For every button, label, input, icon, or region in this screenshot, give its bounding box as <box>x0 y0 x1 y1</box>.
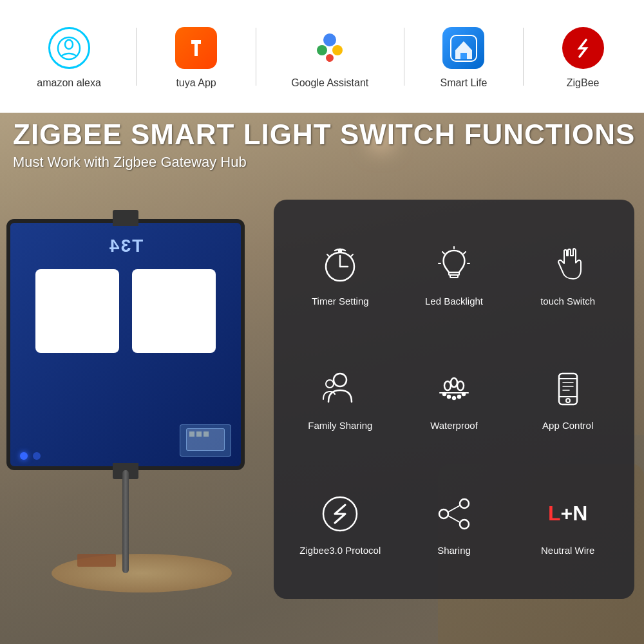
svg-point-39 <box>439 509 448 518</box>
plus-sign: + <box>561 502 573 525</box>
led-dot-1 <box>20 452 28 460</box>
zigbee3-icon <box>317 491 363 536</box>
board-buttons <box>35 269 216 353</box>
svg-point-31 <box>566 399 570 402</box>
alexa-label: amazon alexa <box>37 77 101 89</box>
waterproof-label: Waterproof <box>430 419 478 432</box>
divider-3 <box>404 28 404 86</box>
svg-point-27 <box>458 395 460 398</box>
svg-point-25 <box>448 395 450 398</box>
chip-comp-2 <box>196 431 202 437</box>
feature-zigbee3: Zigbee3.0 Protocol <box>287 465 394 583</box>
svg-point-21 <box>444 381 451 390</box>
svg-point-22 <box>451 378 457 387</box>
svg-line-15 <box>464 252 466 254</box>
led-dot-2 <box>33 452 41 460</box>
brands-bar: amazon alexa tuya App <box>0 0 644 113</box>
divider-1 <box>136 28 137 86</box>
zigbee3-label: Zigbee3.0 Protocol <box>299 544 381 557</box>
svg-point-4 <box>332 45 343 55</box>
sharing-icon <box>431 491 477 536</box>
svg-point-2 <box>323 33 336 46</box>
smartlife-icon <box>442 27 484 69</box>
neutral-label: Neutral Wire <box>541 544 594 557</box>
chip <box>186 428 225 451</box>
family-label: Family Sharing <box>308 419 372 432</box>
letter-N: N <box>573 502 587 525</box>
svg-point-3 <box>317 45 327 55</box>
zigbee-label: ZigBee <box>567 77 600 89</box>
feature-family: Family Sharing <box>287 340 394 458</box>
svg-point-38 <box>460 499 469 508</box>
family-icon <box>317 366 363 412</box>
svg-point-20 <box>326 380 334 388</box>
features-panel: Timer Setting Led Backlight <box>274 200 634 599</box>
svg-point-23 <box>457 381 464 390</box>
feature-waterproof: Waterproof <box>401 340 508 458</box>
waterproof-icon <box>431 366 477 412</box>
brand-alexa: amazon alexa <box>37 24 101 89</box>
svg-point-11 <box>339 249 341 252</box>
svg-rect-7 <box>460 53 467 59</box>
google-label: Google Assistant <box>291 77 368 89</box>
neutral-icon: L+N <box>545 491 591 536</box>
board-label: T34 <box>108 236 143 256</box>
svg-line-42 <box>448 516 460 522</box>
brand-google: Google Assistant <box>291 24 368 89</box>
brand-zigbee: ZigBee <box>559 24 607 89</box>
feature-led: Led Backlight <box>401 216 508 334</box>
ln-text: L+N <box>548 502 587 526</box>
tuya-icon <box>175 27 217 69</box>
svg-line-17 <box>442 252 444 254</box>
divider-2 <box>256 28 256 86</box>
product-board: T34 <box>6 219 245 470</box>
touch-icon <box>545 242 591 287</box>
bracket-top <box>113 210 138 226</box>
svg-line-41 <box>448 506 460 512</box>
letter-L: L <box>548 502 561 525</box>
circuit-elements <box>20 452 41 460</box>
touch-label: touch Switch <box>540 295 595 308</box>
svg-point-40 <box>460 520 469 529</box>
board-ic <box>180 424 231 457</box>
timer-label: Timer Setting <box>312 295 369 308</box>
timer-icon <box>317 242 363 287</box>
main-title: ZIGBEE SMART LIGHT SWITCH FUNCTIONS <box>13 119 635 150</box>
app-label: App Control <box>542 419 593 432</box>
led-icon <box>431 242 477 287</box>
brand-smartlife: Smart Life <box>439 24 488 89</box>
chip-comp-1 <box>189 431 194 437</box>
feature-touch: touch Switch <box>514 216 621 334</box>
svg-point-5 <box>326 54 334 62</box>
product-area: T34 <box>6 219 258 573</box>
feature-app: App Control <box>514 340 621 458</box>
led-label: Led Backlight <box>425 295 483 308</box>
brand-tuya: tuya App <box>172 24 220 89</box>
svg-point-26 <box>453 397 455 399</box>
board-btn-right <box>132 269 216 353</box>
tuya-label: tuya App <box>176 77 216 89</box>
sub-title: Must Work with Zigbee Gateway Hub <box>13 154 635 171</box>
board-btn-left <box>35 269 119 353</box>
alexa-icon <box>48 27 90 69</box>
google-icon <box>309 27 351 69</box>
svg-point-1 <box>65 40 73 49</box>
sharing-label: Sharing <box>437 544 471 557</box>
smartlife-label: Smart Life <box>440 77 487 89</box>
svg-rect-13 <box>450 275 458 278</box>
product-stand <box>122 470 129 573</box>
feature-timer: Timer Setting <box>287 216 394 334</box>
svg-point-19 <box>334 374 346 386</box>
feature-neutral: L+N Neutral Wire <box>514 465 621 583</box>
title-section: ZIGBEE SMART LIGHT SWITCH FUNCTIONS Must… <box>13 119 635 171</box>
feature-sharing: Sharing <box>401 465 508 583</box>
zigbee-icon <box>562 27 604 69</box>
chip-comp-3 <box>204 431 209 437</box>
divider-4 <box>523 28 524 86</box>
app-icon <box>545 366 591 412</box>
